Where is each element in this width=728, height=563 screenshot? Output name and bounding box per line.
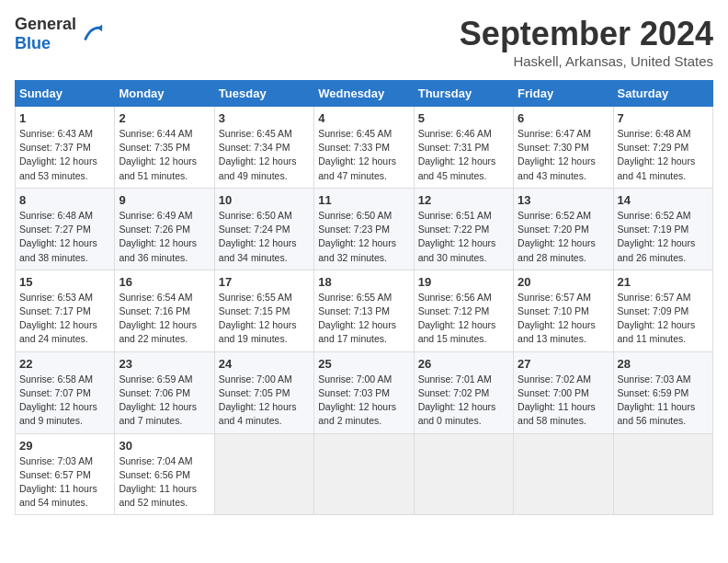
day-number: 10 [219, 193, 310, 207]
day-info: Sunrise: 7:03 AMSunset: 6:59 PMDaylight:… [618, 373, 709, 429]
table-row: 10Sunrise: 6:50 AMSunset: 7:24 PMDayligh… [214, 188, 313, 270]
day-number: 7 [618, 111, 709, 125]
day-info: Sunrise: 6:56 AMSunset: 7:12 PMDaylight:… [418, 291, 509, 347]
day-info: Sunrise: 6:57 AMSunset: 7:09 PMDaylight:… [618, 291, 709, 347]
table-row [613, 433, 712, 515]
day-number: 26 [418, 357, 509, 371]
day-info: Sunrise: 7:04 AMSunset: 6:56 PMDaylight:… [119, 454, 210, 511]
table-row: 19Sunrise: 6:56 AMSunset: 7:12 PMDayligh… [414, 270, 513, 351]
table-row: 29Sunrise: 7:03 AMSunset: 6:57 PMDayligh… [16, 433, 115, 515]
col-tuesday: Tuesday [214, 81, 313, 107]
table-row: 14Sunrise: 6:52 AMSunset: 7:19 PMDayligh… [613, 188, 712, 270]
day-info: Sunrise: 6:48 AMSunset: 7:27 PMDaylight:… [19, 209, 110, 265]
calendar-week-row: 29Sunrise: 7:03 AMSunset: 6:57 PMDayligh… [16, 433, 713, 515]
day-info: Sunrise: 6:58 AMSunset: 7:07 PMDaylight:… [19, 373, 110, 429]
day-info: Sunrise: 7:01 AMSunset: 7:02 PMDaylight:… [418, 373, 509, 429]
day-info: Sunrise: 6:53 AMSunset: 7:17 PMDaylight:… [19, 291, 110, 347]
day-number: 14 [618, 193, 709, 207]
calendar-week-row: 22Sunrise: 6:58 AMSunset: 7:07 PMDayligh… [16, 351, 713, 433]
day-number: 23 [119, 357, 210, 371]
day-info: Sunrise: 6:52 AMSunset: 7:20 PMDaylight:… [518, 209, 609, 265]
logo-text: General Blue [15, 15, 76, 53]
calendar-week-row: 15Sunrise: 6:53 AMSunset: 7:17 PMDayligh… [16, 270, 713, 351]
svg-marker-0 [97, 25, 103, 31]
table-row: 30Sunrise: 7:04 AMSunset: 6:56 PMDayligh… [115, 433, 214, 515]
table-row: 4Sunrise: 6:45 AMSunset: 7:33 PMDaylight… [314, 107, 414, 189]
day-number: 1 [19, 111, 110, 125]
day-number: 13 [518, 193, 609, 207]
day-number: 3 [219, 111, 310, 125]
table-row: 5Sunrise: 6:46 AMSunset: 7:31 PMDaylight… [414, 107, 513, 189]
table-row: 17Sunrise: 6:55 AMSunset: 7:15 PMDayligh… [214, 270, 313, 351]
day-number: 15 [19, 275, 110, 289]
day-info: Sunrise: 6:55 AMSunset: 7:15 PMDaylight:… [219, 291, 310, 347]
table-row: 11Sunrise: 6:50 AMSunset: 7:23 PMDayligh… [314, 188, 414, 270]
table-row: 7Sunrise: 6:48 AMSunset: 7:29 PMDaylight… [613, 107, 712, 189]
day-info: Sunrise: 7:02 AMSunset: 7:00 PMDaylight:… [518, 373, 609, 429]
table-row: 8Sunrise: 6:48 AMSunset: 7:27 PMDaylight… [16, 188, 115, 270]
day-number: 9 [119, 193, 210, 207]
table-row: 2Sunrise: 6:44 AMSunset: 7:35 PMDaylight… [115, 107, 214, 189]
day-info: Sunrise: 6:43 AMSunset: 7:37 PMDaylight:… [19, 127, 110, 183]
day-info: Sunrise: 6:46 AMSunset: 7:31 PMDaylight:… [418, 127, 509, 183]
day-info: Sunrise: 7:00 AMSunset: 7:03 PMDaylight:… [318, 373, 409, 429]
col-monday: Monday [115, 81, 214, 107]
col-thursday: Thursday [414, 81, 513, 107]
day-number: 22 [19, 357, 110, 371]
day-info: Sunrise: 6:55 AMSunset: 7:13 PMDaylight:… [318, 291, 409, 347]
day-number: 16 [119, 275, 210, 289]
calendar-table: Sunday Monday Tuesday Wednesday Thursday… [15, 80, 713, 515]
table-row: 12Sunrise: 6:51 AMSunset: 7:22 PMDayligh… [414, 188, 513, 270]
table-row [214, 433, 313, 515]
table-row: 18Sunrise: 6:55 AMSunset: 7:13 PMDayligh… [314, 270, 414, 351]
day-info: Sunrise: 6:59 AMSunset: 7:06 PMDaylight:… [119, 373, 210, 429]
day-number: 11 [318, 193, 409, 207]
day-number: 29 [19, 439, 110, 453]
day-info: Sunrise: 7:00 AMSunset: 7:05 PMDaylight:… [219, 373, 310, 429]
col-wednesday: Wednesday [314, 81, 414, 107]
day-info: Sunrise: 7:03 AMSunset: 6:57 PMDaylight:… [19, 454, 110, 511]
day-number: 4 [318, 111, 409, 125]
page-header: General Blue September 2024 Haskell, Ark… [15, 15, 713, 69]
day-info: Sunrise: 6:54 AMSunset: 7:16 PMDaylight:… [119, 291, 210, 347]
location-subtitle: Haskell, Arkansas, United States [460, 53, 713, 69]
day-number: 8 [19, 193, 110, 207]
day-number: 17 [219, 275, 310, 289]
col-sunday: Sunday [16, 81, 115, 107]
table-row: 3Sunrise: 6:45 AMSunset: 7:34 PMDaylight… [214, 107, 313, 189]
day-info: Sunrise: 6:52 AMSunset: 7:19 PMDaylight:… [618, 209, 709, 265]
table-row: 24Sunrise: 7:00 AMSunset: 7:05 PMDayligh… [214, 351, 313, 433]
day-info: Sunrise: 6:47 AMSunset: 7:30 PMDaylight:… [518, 127, 609, 183]
day-number: 25 [318, 357, 409, 371]
table-row: 21Sunrise: 6:57 AMSunset: 7:09 PMDayligh… [613, 270, 712, 351]
table-row: 23Sunrise: 6:59 AMSunset: 7:06 PMDayligh… [115, 351, 214, 433]
table-row: 13Sunrise: 6:52 AMSunset: 7:20 PMDayligh… [514, 188, 613, 270]
day-info: Sunrise: 6:45 AMSunset: 7:33 PMDaylight:… [318, 127, 409, 183]
table-row: 27Sunrise: 7:02 AMSunset: 7:00 PMDayligh… [514, 351, 613, 433]
table-row: 16Sunrise: 6:54 AMSunset: 7:16 PMDayligh… [115, 270, 214, 351]
day-number: 21 [618, 275, 709, 289]
day-number: 12 [418, 193, 509, 207]
logo-icon [78, 21, 104, 47]
table-row [414, 433, 513, 515]
table-row: 20Sunrise: 6:57 AMSunset: 7:10 PMDayligh… [514, 270, 613, 351]
day-number: 24 [219, 357, 310, 371]
table-row: 26Sunrise: 7:01 AMSunset: 7:02 PMDayligh… [414, 351, 513, 433]
logo-general: General [15, 15, 76, 33]
month-title: September 2024 [460, 15, 713, 53]
table-row [314, 433, 414, 515]
day-info: Sunrise: 6:45 AMSunset: 7:34 PMDaylight:… [219, 127, 310, 183]
table-row: 28Sunrise: 7:03 AMSunset: 6:59 PMDayligh… [613, 351, 712, 433]
table-row: 1Sunrise: 6:43 AMSunset: 7:37 PMDaylight… [16, 107, 115, 189]
day-number: 6 [518, 111, 609, 125]
col-friday: Friday [514, 81, 613, 107]
day-info: Sunrise: 6:49 AMSunset: 7:26 PMDaylight:… [119, 209, 210, 265]
day-number: 28 [618, 357, 709, 371]
day-info: Sunrise: 6:50 AMSunset: 7:24 PMDaylight:… [219, 209, 310, 265]
day-number: 27 [518, 357, 609, 371]
day-number: 2 [119, 111, 210, 125]
table-row: 25Sunrise: 7:00 AMSunset: 7:03 PMDayligh… [314, 351, 414, 433]
day-info: Sunrise: 6:57 AMSunset: 7:10 PMDaylight:… [518, 291, 609, 347]
day-info: Sunrise: 6:51 AMSunset: 7:22 PMDaylight:… [418, 209, 509, 265]
logo: General Blue [15, 15, 104, 53]
